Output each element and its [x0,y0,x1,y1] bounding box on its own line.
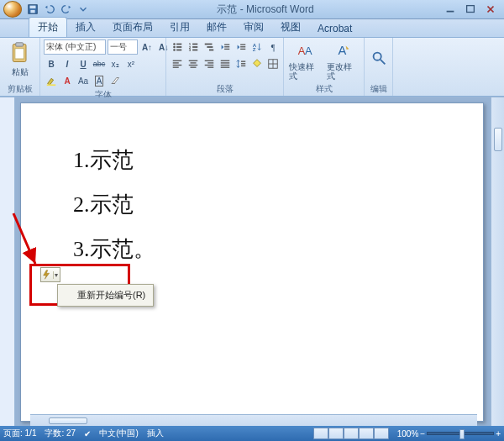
tab-home[interactable]: 开始 [29,17,67,37]
italic-button[interactable]: I [60,56,75,71]
svg-rect-4 [467,6,475,13]
superscript-button[interactable]: x² [123,56,139,71]
window-title: 示范 - Microsoft Word [91,3,440,17]
svg-text:A: A [305,45,312,57]
scrollbar-thumb[interactable] [494,128,502,151]
shading-button[interactable] [249,56,265,71]
svg-rect-12 [176,46,181,48]
change-case-button[interactable]: Aa [76,73,91,88]
line-spacing-button[interactable] [234,56,249,71]
horizontal-scrollbar[interactable] [30,414,477,426]
svg-rect-34 [173,65,182,66]
status-insert-mode[interactable]: 插入 [147,428,164,439]
view-draft-button[interactable] [374,428,389,439]
strike-button[interactable]: abc [92,56,107,71]
font-size-combo[interactable]: 一号 [108,39,138,55]
vertical-scrollbar[interactable] [491,97,504,426]
close-button[interactable] [480,3,501,16]
svg-rect-44 [221,60,230,61]
view-print-layout-button[interactable] [313,428,328,439]
tab-references[interactable]: 引用 [161,18,198,37]
group-label-editing: 编辑 [368,82,389,95]
font-family-combo[interactable]: 宋体 (中文正) [44,39,106,55]
grow-font-button[interactable]: A↑ [139,39,155,55]
svg-rect-6 [15,43,23,46]
svg-rect-45 [221,62,230,63]
show-marks-button[interactable]: ¶ [265,39,281,55]
zoom-out-button[interactable]: − [420,429,425,438]
status-proofing-icon[interactable]: ✔ [84,429,91,438]
vertical-ruler [0,97,15,426]
ribbon-tabs: 开始 插入 页面布局 引用 邮件 审阅 视图 Acrobat [0,19,504,38]
svg-rect-27 [240,45,245,45]
multilevel-list-button[interactable] [202,39,217,55]
scroll-up-icon[interactable] [492,99,504,111]
tab-acrobat[interactable]: Acrobat [309,20,360,37]
zoom-level[interactable]: 100% [397,429,419,438]
minimize-button[interactable] [440,3,460,16]
status-language[interactable]: 中文(中国) [99,428,139,439]
zoom-slider-thumb[interactable] [459,429,465,439]
bullets-button[interactable] [170,39,185,55]
qat-customize-icon[interactable] [76,2,91,17]
svg-rect-10 [176,44,181,45]
tab-review[interactable]: 审阅 [235,18,272,37]
svg-rect-29 [240,49,245,50]
highlight-color-button[interactable] [44,73,59,88]
list-item[interactable]: 2.示范 [73,190,483,219]
group-label-styles: 样式 [287,82,360,95]
underline-button[interactable]: U [76,56,91,71]
svg-rect-18 [192,46,197,48]
group-paragraph: 123 AZ ¶ 段落 [166,38,284,96]
tab-page-layout[interactable]: 页面布局 [104,18,161,37]
view-web-layout-button[interactable] [344,428,359,439]
menu-item-restart-numbering[interactable]: 重新开始编号(R) [60,286,151,304]
svg-rect-36 [189,60,198,61]
page[interactable]: 1.示范 2.示范 3.示范。 [20,102,484,422]
maximize-button[interactable] [460,3,480,16]
tab-mailings[interactable]: 邮件 [198,18,235,37]
status-page[interactable]: 页面: 1/1 [3,428,36,439]
char-border-button[interactable]: A [92,73,107,88]
document-viewport[interactable]: 1.示范 2.示范 3.示范。 [15,97,491,426]
svg-rect-40 [205,60,214,61]
svg-rect-3 [447,11,454,13]
zoom-slider[interactable] [427,432,494,435]
editing-button[interactable] [368,39,390,76]
paste-button[interactable] [7,39,34,66]
change-styles-button[interactable]: A 更改样式 [325,39,361,82]
scrollbar-thumb[interactable] [49,417,87,424]
increase-indent-button[interactable] [234,39,249,55]
quick-styles-button[interactable]: AA 快速样式 [287,39,323,82]
bold-button[interactable]: B [44,56,59,71]
numbering-button[interactable]: 123 [186,39,201,55]
subscript-button[interactable]: x₂ [108,56,123,71]
redo-icon[interactable] [59,2,74,17]
autocorrect-smart-tag[interactable]: ▾ [40,267,60,282]
save-icon[interactable] [25,2,40,17]
quick-access-toolbar [25,2,91,17]
tab-insert[interactable]: 插入 [67,18,104,37]
sort-button[interactable]: AZ [249,39,265,55]
view-outline-button[interactable] [359,428,374,439]
list-item[interactable]: 1.示范 [73,145,483,175]
svg-rect-42 [205,65,214,66]
tab-view[interactable]: 视图 [272,18,309,37]
status-word-count[interactable]: 字数: 27 [45,428,76,439]
borders-button[interactable] [265,56,281,71]
font-color-button[interactable]: A [60,73,75,88]
justify-button[interactable] [218,56,233,71]
clear-format-button[interactable] [108,73,123,88]
list-item[interactable]: 3.示范。 [73,234,483,264]
align-center-button[interactable] [186,56,201,71]
undo-icon[interactable] [42,2,57,17]
office-button[interactable] [3,1,22,18]
align-right-button[interactable] [202,56,217,71]
zoom-in-button[interactable]: + [496,429,501,438]
svg-rect-22 [207,46,213,48]
view-full-reading-button[interactable] [328,428,344,439]
svg-rect-35 [173,67,179,68]
align-left-button[interactable] [170,56,185,71]
svg-rect-21 [205,44,213,45]
decrease-indent-button[interactable] [218,39,233,55]
